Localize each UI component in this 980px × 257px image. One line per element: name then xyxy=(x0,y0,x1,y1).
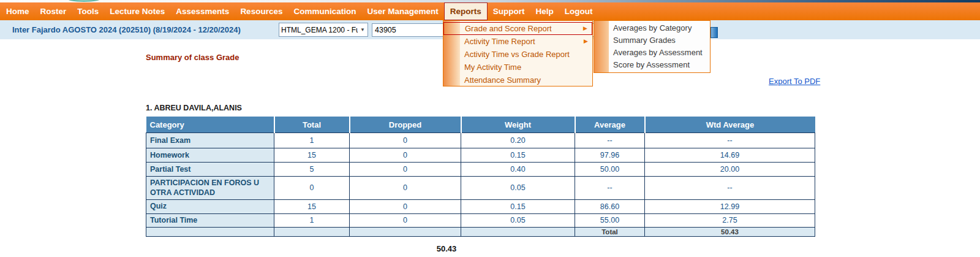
chevron-down-icon[interactable]: ▼ xyxy=(358,27,368,33)
wtd-average-cell: 12.99 xyxy=(645,199,815,213)
column-header-wtd-average: Wtd Average xyxy=(645,117,815,133)
dropped-cell: 0 xyxy=(350,177,461,200)
course-select[interactable]: HTML_GEMA 1200 - Fund ▼ xyxy=(279,23,368,37)
total-value: 50.43 xyxy=(645,227,815,236)
course-title: Inter Fajardo AGOSTO 2024 (202510) (8/19… xyxy=(12,25,241,34)
table-row: Partial Test 5 0 0.40 50.00 20.00 xyxy=(146,163,815,177)
main-nav: Home Roster Tools Lecture Notes Assessme… xyxy=(0,2,980,20)
table-row: PARTICIPACION EN FOROS U OTRA ACTIVIDAD … xyxy=(146,177,815,200)
dropped-cell: 0 xyxy=(350,148,461,163)
reports-dropdown-menu: Grade and Score Report ▶ Activity Time R… xyxy=(443,20,593,86)
wtd-average-cell: 20.00 xyxy=(645,163,815,177)
nav-item-tools[interactable]: Tools xyxy=(72,2,104,20)
table-cell-empty xyxy=(146,227,274,236)
average-cell: 50.00 xyxy=(575,163,645,177)
course-select-value: HTML_GEMA 1200 - Fund xyxy=(279,26,358,34)
nav-item-reports[interactable]: Reports xyxy=(444,2,488,20)
wtd-average-cell: -- xyxy=(645,177,815,200)
overall-weighted-average: 50.43 xyxy=(146,244,747,253)
nav-item-support[interactable]: Support xyxy=(488,2,530,20)
average-cell: 97.96 xyxy=(575,148,645,163)
grade-summary-table: Category Total Dropped Weight Average Wt… xyxy=(146,117,815,237)
nav-item-logout[interactable]: Logout xyxy=(559,2,598,20)
weight-cell: 0.15 xyxy=(461,199,575,213)
go-button[interactable] xyxy=(710,27,718,38)
wtd-average-cell: 14.69 xyxy=(645,148,815,163)
table-cell-empty xyxy=(461,227,575,236)
column-header-category: Category xyxy=(146,117,274,133)
category-cell: Partial Test xyxy=(146,163,274,177)
nav-item-home[interactable]: Home xyxy=(1,2,35,20)
total-cell: 5 xyxy=(274,163,350,177)
nav-item-resources[interactable]: Resources xyxy=(235,2,288,20)
submenu-arrow-icon: ▶ xyxy=(584,35,588,48)
student-name: 1. ABREU DAVILA,ALANIS xyxy=(146,104,242,112)
category-cell: Tutorial Time xyxy=(146,213,274,227)
total-cell: 15 xyxy=(274,148,350,163)
submenu-item-averages-by-category[interactable]: Averages by Category xyxy=(594,22,710,34)
total-label: Total xyxy=(575,227,645,236)
average-cell: 55.00 xyxy=(575,213,645,227)
nav-item-communication[interactable]: Communication xyxy=(288,2,361,20)
dropped-cell: 0 xyxy=(350,199,461,213)
table-row: Tutorial Time 1 0 0.05 55.00 2.75 xyxy=(146,213,815,227)
nav-item-assessments[interactable]: Assessments xyxy=(170,2,235,20)
submenu-item-averages-by-assessment[interactable]: Averages by Assessment xyxy=(594,47,710,59)
average-cell: 86.60 xyxy=(575,199,645,213)
nav-item-user-management[interactable]: User Management xyxy=(361,2,443,20)
submenu-item-summary-grades[interactable]: Summary Grades xyxy=(594,34,710,47)
logo-icon xyxy=(66,0,102,2)
menu-item-label: Attendance Summary xyxy=(464,75,541,85)
weight-cell: 0.05 xyxy=(461,213,575,227)
average-cell: -- xyxy=(575,177,645,200)
menu-item-grade-and-score-report[interactable]: Grade and Score Report ▶ xyxy=(443,22,592,35)
weight-cell: 0.40 xyxy=(461,163,575,177)
total-cell: 15 xyxy=(274,199,350,213)
dropped-cell: 0 xyxy=(350,133,461,148)
total-cell: 0 xyxy=(274,177,350,200)
submenu-item-score-by-assessment[interactable]: Score by Assessment xyxy=(594,59,710,71)
category-cell: Final Exam xyxy=(146,133,274,148)
dropped-cell: 0 xyxy=(350,163,461,177)
total-cell: 1 xyxy=(274,213,350,227)
table-cell-empty xyxy=(274,227,350,236)
menu-item-label: My Activity Time xyxy=(464,63,521,72)
category-cell: Quiz xyxy=(146,199,274,213)
wtd-average-cell: 2.75 xyxy=(645,213,815,227)
table-header-row: Category Total Dropped Weight Average Wt… xyxy=(146,117,815,133)
dropped-cell: 0 xyxy=(350,213,461,227)
column-header-dropped: Dropped xyxy=(350,117,461,133)
wtd-average-cell: -- xyxy=(645,133,815,148)
menu-item-my-activity-time[interactable]: My Activity Time xyxy=(443,61,592,74)
page-title: Summary of class Grade xyxy=(146,53,239,62)
menu-item-label: Activity Time vs Grade Report xyxy=(464,50,570,59)
grade-score-submenu: Averages by Category Summary Grades Aver… xyxy=(594,20,710,73)
weight-cell: 0.15 xyxy=(461,148,575,163)
total-cell: 1 xyxy=(274,133,350,148)
table-cell-empty xyxy=(350,227,461,236)
column-header-total: Total xyxy=(274,117,350,133)
table-row: Quiz 15 0 0.15 86.60 12.99 xyxy=(146,199,815,213)
column-header-weight: Weight xyxy=(461,117,575,133)
average-cell: -- xyxy=(575,133,645,148)
table-total-row: Total 50.43 xyxy=(146,227,815,236)
menu-item-label: Grade and Score Report xyxy=(465,24,552,33)
menu-item-attendance-summary[interactable]: Attendance Summary xyxy=(443,74,592,86)
nav-item-help[interactable]: Help xyxy=(530,2,559,20)
nav-item-roster[interactable]: Roster xyxy=(35,2,72,20)
nav-item-lecture-notes[interactable]: Lecture Notes xyxy=(104,2,170,20)
table-row: Homework 15 0 0.15 97.96 14.69 xyxy=(146,148,815,163)
menu-item-activity-time-vs-grade-report[interactable]: Activity Time vs Grade Report xyxy=(443,48,592,61)
column-header-average: Average xyxy=(575,117,645,133)
weight-cell: 0.20 xyxy=(461,133,575,148)
weight-cell: 0.05 xyxy=(461,177,575,200)
submenu-arrow-icon: ▶ xyxy=(583,23,587,34)
export-to-pdf-link[interactable]: Export To PDF xyxy=(769,77,820,86)
menu-item-label: Activity Time Report xyxy=(464,37,535,46)
category-cell: PARTICIPACION EN FOROS U OTRA ACTIVIDAD xyxy=(146,177,274,200)
menu-item-activity-time-report[interactable]: Activity Time Report ▶ xyxy=(443,35,592,48)
category-cell: Homework xyxy=(146,148,274,163)
table-row: Final Exam 1 0 0.20 -- -- xyxy=(146,133,815,148)
